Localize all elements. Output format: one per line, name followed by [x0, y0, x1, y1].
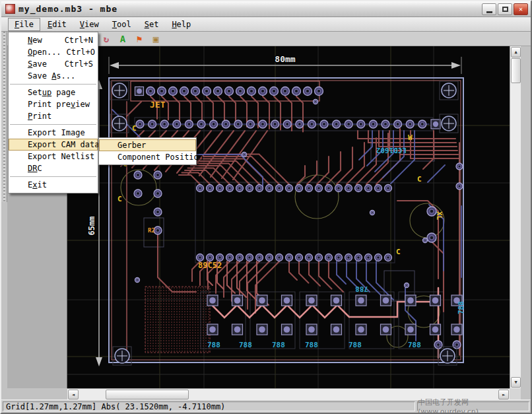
scroll-down-button[interactable]: ▼: [511, 377, 521, 388]
status-watermark: 中国电子开发网(www.ourdev.cn): [417, 401, 529, 411]
copper-pour: [145, 287, 210, 353]
window-title: my_demo.mb3 - mbe: [18, 4, 117, 14]
square-pad: [431, 120, 440, 129]
menu-item-print-preview[interactable]: Print preview: [9, 98, 98, 110]
close-button[interactable]: ✕: [514, 3, 528, 15]
via: [242, 153, 247, 157]
menu-item-new[interactable]: NewCtrl+N: [9, 34, 98, 46]
pcb-drawing: 80mm 65mm: [67, 46, 510, 388]
label-jet: JET: [150, 100, 166, 110]
dimension-h-label: 80mm: [275, 54, 295, 64]
menu-item-label: Print preview: [28, 100, 90, 109]
rotate-icon[interactable]: ↻: [100, 33, 112, 45]
menu-item-label: Export Netlist: [28, 152, 94, 161]
menu-set[interactable]: Set: [139, 18, 165, 30]
menu-item-label: Save: [28, 59, 47, 69]
label-mcu: 89C52: [198, 261, 222, 270]
menu-tool[interactable]: Tool: [106, 18, 137, 30]
menu-item-label: Setup page: [28, 88, 75, 97]
menu-help[interactable]: Help: [166, 18, 197, 30]
menu-separator: [10, 124, 96, 125]
menu-item-label: New: [28, 36, 42, 45]
menu-item-label: Open...: [28, 48, 61, 57]
label-788-6: 788: [408, 341, 421, 349]
menu-item-label: Exit: [28, 180, 47, 190]
label-788-7: 788: [355, 285, 368, 293]
via: [370, 211, 375, 215]
menu-item-shortcut: Ctrl+O: [61, 48, 95, 57]
label-r2: R2: [148, 227, 155, 234]
menu-item-export-image[interactable]: Export Image: [9, 127, 98, 139]
status-grid-text: Grid[1.27mm,1.27mm] Abs( 23.1520mm, -4.7…: [3, 401, 415, 411]
menu-item-setup-page[interactable]: Setup page: [9, 86, 98, 98]
menu-file[interactable]: File: [8, 18, 40, 31]
close-icon: ✕: [519, 5, 523, 13]
menu-item-save-as[interactable]: Save As...: [9, 70, 98, 82]
label-xl: XL: [435, 211, 444, 221]
pin1-square-pad: [135, 87, 144, 96]
app-icon: [5, 4, 15, 14]
horizontal-scroll-thumb[interactable]: [106, 390, 189, 399]
pcb-canvas[interactable]: 80mm 65mm: [67, 46, 510, 388]
dip-bottom-pad-row: [197, 254, 392, 261]
menu-item-print[interactable]: Print: [9, 110, 98, 122]
connector-pad-row: [135, 87, 323, 96]
scroll-left-button[interactable]: ◄: [68, 390, 79, 399]
minimize-button[interactable]: [482, 3, 496, 15]
left-pad-col-a: [134, 171, 142, 197]
menu-item-export-cam-data[interactable]: Export CAM data▶: [9, 139, 98, 151]
submenu-item-gerber[interactable]: Gerber: [99, 139, 196, 151]
menu-item-save[interactable]: SaveCtrl+S: [9, 58, 98, 70]
text-tool-icon[interactable]: A: [117, 33, 129, 45]
label-c4: C: [117, 195, 122, 203]
image-tool-icon[interactable]: ▣: [150, 33, 162, 45]
left-toolbar-grip[interactable]: [1, 32, 7, 202]
via: [135, 278, 140, 283]
app-window: my_demo.mb3 - mbe ✕ FileEditViewToolSetH…: [0, 0, 532, 414]
window-controls: ✕: [482, 3, 528, 15]
menu-item-drc[interactable]: DRC: [9, 162, 98, 174]
via: [405, 283, 409, 288]
dimension-horizontal: 80mm: [109, 54, 461, 74]
label-788-3: 788: [272, 341, 285, 349]
menu-item-label: Print: [28, 112, 51, 121]
menu-separator: [10, 176, 96, 177]
via: [423, 238, 428, 243]
menu-item-label: DRC: [28, 164, 42, 173]
submenu-item-component-position[interactable]: Component Position: [99, 151, 196, 163]
label-c2: C: [396, 248, 401, 256]
label-788-4: 788: [305, 341, 318, 349]
vertical-scrollbar[interactable]: ▲ ▼: [510, 46, 521, 388]
title-bar[interactable]: my_demo.mb3 - mbe ✕: [1, 1, 531, 17]
label-lcd: LCD1602: [376, 146, 407, 155]
square-pad: [451, 324, 462, 335]
label-788-8: 788: [457, 301, 465, 314]
menu-item-open[interactable]: Open...Ctrl+O: [9, 46, 98, 58]
menu-item-label: Export CAM data: [28, 140, 99, 149]
menu-item-label: Save As...: [28, 71, 75, 81]
status-bar: Grid[1.27mm,1.27mm] Abs( 23.1520mm, -4.7…: [1, 399, 531, 413]
menu-item-export-netlist[interactable]: Export Netlist: [9, 151, 98, 162]
flag-icon[interactable]: ⚑: [133, 33, 145, 45]
menu-bar: FileEditViewToolSetHelp: [1, 17, 531, 32]
vertical-scroll-thumb[interactable]: [511, 58, 521, 83]
menu-item-exit[interactable]: Exit: [9, 179, 98, 191]
label-788-2: 788: [239, 341, 252, 349]
label-c3: C: [132, 124, 137, 133]
scroll-up-button[interactable]: ▲: [511, 47, 521, 57]
menu-view[interactable]: View: [74, 18, 105, 30]
dip-top-pad-row: [197, 185, 392, 192]
label-788-5: 788: [349, 341, 362, 349]
menu-item-label: Export Image: [28, 128, 85, 137]
export-cam-submenu: GerberComponent Position: [98, 137, 197, 165]
file-menu-dropdown: NewCtrl+NOpen...Ctrl+OSaveCtrl+SSave As.…: [8, 32, 98, 193]
menu-edit[interactable]: Edit: [42, 18, 73, 30]
dimension-v-label: 65mm: [87, 217, 96, 236]
via: [314, 100, 318, 104]
menu-separator: [10, 84, 96, 85]
button-pad-row-bottom: [207, 324, 441, 335]
menu-item-shortcut: Ctrl+S: [59, 59, 93, 69]
label-c1: C: [417, 175, 422, 184]
button-pad-row-top: [207, 295, 441, 306]
maximize-button[interactable]: [498, 3, 512, 15]
